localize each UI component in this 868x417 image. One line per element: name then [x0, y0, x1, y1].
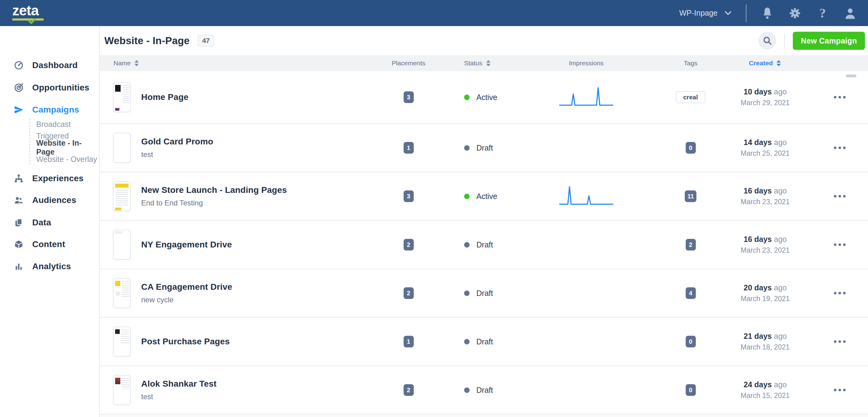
created-date: March 25, 2021 [730, 149, 801, 158]
row-menu-button[interactable] [834, 336, 859, 347]
page-title: Website - In-Page [104, 35, 190, 46]
status-label: Active [476, 93, 497, 102]
campaign-name[interactable]: New Store Launch - Landing Pages [141, 185, 287, 195]
sidebar-label-data: Data [32, 218, 51, 228]
content-icon [14, 240, 24, 249]
status-dot [464, 194, 470, 199]
campaign-count-badge: 47 [198, 35, 214, 47]
row-menu-button[interactable] [834, 191, 859, 202]
status-label: Draft [476, 289, 493, 298]
campaign-name[interactable]: CA Engagement Drive [141, 282, 232, 292]
page-header: Website - In-Page 47 New Campaign [100, 26, 868, 55]
campaigns-table: Name Placements Status Impressions Tags … [100, 55, 868, 417]
campaign-thumbnail [113, 278, 131, 308]
status-label: Draft [476, 143, 493, 152]
sidebar-item-experiences[interactable]: Experiences [0, 171, 100, 185]
account-switcher[interactable]: WP-Inpage [679, 9, 732, 18]
campaign-name[interactable]: Post Purchase Pages [141, 337, 230, 346]
sidebar-item-content[interactable]: Content [0, 237, 100, 251]
table-header: Name Placements Status Impressions Tags … [100, 55, 868, 71]
campaign-thumbnail [113, 375, 131, 405]
zeta-logo-text: zeta [12, 3, 43, 18]
campaign-thumbnail [113, 230, 131, 260]
account-person-icon[interactable] [843, 6, 857, 20]
tag-pill: creal [676, 91, 705, 103]
placements-badge: 3 [404, 91, 414, 103]
column-header-status[interactable]: Status [464, 60, 491, 67]
experiences-icon [14, 174, 24, 183]
settings-gear-icon[interactable] [788, 6, 802, 20]
campaign-thumbnail [113, 82, 131, 112]
table-row[interactable]: Home Page 3 Active creal 10 days ago Mar… [100, 71, 868, 124]
sidebar-item-dashboard[interactable]: Dashboard [0, 58, 100, 72]
sidebar-item-opportunities[interactable]: Opportunities [0, 81, 100, 95]
sidebar-label-audiences: Audiences [32, 195, 76, 205]
new-campaign-button[interactable]: New Campaign [793, 32, 865, 50]
created-date: March 15, 2021 [730, 391, 801, 400]
campaign-subtitle: new cycle [141, 296, 232, 304]
column-header-placements: Placements [387, 60, 430, 67]
row-menu-button[interactable] [834, 142, 859, 153]
placements-badge: 3 [404, 190, 414, 202]
campaigns-icon [14, 105, 24, 115]
sidebar-item-website-overlay[interactable]: Website - Overlay [0, 153, 100, 165]
status-label: Draft [476, 386, 493, 394]
zeta-logo[interactable]: zeta [12, 3, 43, 24]
actions-divider [784, 34, 785, 48]
sidebar-label-opportunities: Opportunities [32, 83, 89, 93]
row-menu-button[interactable] [834, 288, 859, 299]
sidebar-label-experiences: Experiences [32, 174, 84, 183]
campaign-thumbnail [113, 181, 131, 211]
tags-count-badge: 4 [686, 287, 696, 299]
campaign-name[interactable]: Alok Shankar Test [141, 379, 217, 389]
sidebar-item-website-in-page[interactable]: Website - In-Page [0, 142, 100, 153]
created-date: March 23, 2021 [730, 198, 801, 206]
status-dot [464, 145, 470, 150]
row-menu-button[interactable] [834, 239, 859, 250]
placements-badge: 2 [404, 287, 414, 299]
impressions-sparkline [559, 185, 613, 208]
placements-badge: 1 [404, 142, 414, 153]
row-menu-button[interactable] [834, 384, 859, 395]
sidebar-item-analytics[interactable]: Analytics [0, 259, 100, 274]
sidebar-item-broadcast[interactable]: Broadcast [0, 118, 100, 130]
campaign-thumbnail [113, 133, 131, 163]
table-row[interactable]: Post Purchase Pages 1 Draft 0 21 days ag… [100, 318, 868, 366]
placements-badge: 2 [404, 239, 414, 250]
status-dot [464, 387, 470, 393]
created-date: March 19, 2021 [730, 294, 801, 303]
sort-arrows-icon [777, 60, 781, 66]
sidebar-item-campaigns[interactable]: Campaigns [0, 103, 100, 117]
status-label: Draft [476, 337, 493, 346]
table-row[interactable]: CA Engagement Drive new cycle 2 Draft 4 … [100, 269, 868, 318]
status-dot [464, 290, 470, 296]
opportunities-icon [14, 83, 24, 93]
page-title-group: Website - In-Page 47 [104, 35, 214, 47]
status-dot [464, 242, 470, 247]
column-header-name[interactable]: Name [114, 60, 139, 67]
row-menu-button[interactable] [834, 92, 859, 103]
placements-badge: 2 [404, 384, 414, 396]
campaign-name[interactable]: NY Engagement Drive [141, 240, 232, 250]
created-relative: 14 days [744, 138, 772, 146]
help-question-icon[interactable]: ? [816, 6, 829, 20]
campaign-subtitle: End to End Testing [141, 199, 287, 207]
table-row[interactable]: New Store Launch - Landing Pages End to … [100, 172, 868, 221]
campaign-name[interactable]: Gold Card Promo [141, 137, 213, 146]
campaign-name[interactable]: Home Page [141, 92, 188, 102]
status-dot [464, 95, 470, 100]
column-header-created[interactable]: Created [749, 60, 781, 67]
table-row[interactable]: Gold Card Promo test 1 Draft 0 14 days a… [100, 124, 868, 172]
sidebar-item-audiences[interactable]: Audiences [0, 193, 100, 207]
scrollbar-thumb[interactable] [846, 74, 856, 77]
campaign-subtitle: test [141, 392, 217, 401]
table-row[interactable]: Alok Shankar Test test 2 Draft 0 24 days… [100, 366, 868, 415]
table-row[interactable]: NY Engagement Drive 2 Draft 2 16 days ag… [100, 221, 868, 269]
campaign-subtitle: test [141, 150, 213, 159]
sidebar-item-data[interactable]: Data [0, 215, 100, 230]
notifications-bell-icon[interactable] [761, 6, 774, 20]
sidebar-label-content: Content [32, 240, 65, 249]
impressions-sparkline [559, 86, 613, 109]
data-icon [14, 218, 24, 228]
search-button[interactable] [758, 32, 776, 50]
